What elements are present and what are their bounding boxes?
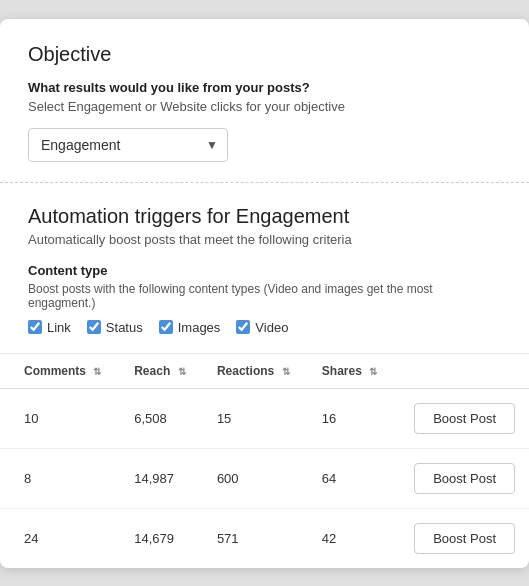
cell-comments-0: 10 — [0, 388, 120, 448]
checkbox-video[interactable]: Video — [236, 320, 288, 335]
objective-section: Objective What results would you like fr… — [0, 19, 529, 183]
checkbox-images-input[interactable] — [159, 320, 173, 334]
engagement-dropdown-container: Engagement Website clicks ▼ — [28, 128, 228, 162]
checkbox-status-label: Status — [106, 320, 143, 335]
checkbox-status[interactable]: Status — [87, 320, 143, 335]
posts-table: Comments ⇅ Reach ⇅ Reactions ⇅ Shares ⇅ — [0, 354, 529, 568]
sort-icon-comments: ⇅ — [93, 366, 101, 377]
automation-title: Automation triggers for Engagement — [28, 205, 501, 228]
boost-post-button-0[interactable]: Boost Post — [414, 403, 515, 434]
table-row: 24 14,679 571 42 Boost Post — [0, 508, 529, 568]
col-header-shares[interactable]: Shares ⇅ — [308, 354, 395, 389]
sort-icon-shares: ⇅ — [369, 366, 377, 377]
table-header-row: Comments ⇅ Reach ⇅ Reactions ⇅ Shares ⇅ — [0, 354, 529, 389]
checkboxes-row: Link Status Images Video — [28, 320, 501, 335]
cell-shares-0: 16 — [308, 388, 395, 448]
table-row: 10 6,508 15 16 Boost Post — [0, 388, 529, 448]
cell-reactions-2: 571 — [203, 508, 308, 568]
cell-comments-1: 8 — [0, 448, 120, 508]
checkbox-images-label: Images — [178, 320, 221, 335]
checkbox-video-label: Video — [255, 320, 288, 335]
content-type-label: Content type — [28, 263, 501, 278]
table-row: 8 14,987 600 64 Boost Post — [0, 448, 529, 508]
question-label: What results would you like from your po… — [28, 80, 501, 95]
cell-reach-2: 14,679 — [120, 508, 203, 568]
checkbox-images[interactable]: Images — [159, 320, 221, 335]
checkbox-link[interactable]: Link — [28, 320, 71, 335]
col-header-reactions[interactable]: Reactions ⇅ — [203, 354, 308, 389]
objective-title: Objective — [28, 43, 501, 66]
boost-post-button-2[interactable]: Boost Post — [414, 523, 515, 554]
checkbox-link-input[interactable] — [28, 320, 42, 334]
content-type-sub: Boost posts with the following content t… — [28, 282, 501, 310]
checkbox-status-input[interactable] — [87, 320, 101, 334]
automation-sub: Automatically boost posts that meet the … — [28, 232, 501, 247]
col-header-reach[interactable]: Reach ⇅ — [120, 354, 203, 389]
cell-shares-1: 64 — [308, 448, 395, 508]
col-header-comments[interactable]: Comments ⇅ — [0, 354, 120, 389]
cell-reach-0: 6,508 — [120, 388, 203, 448]
checkbox-video-input[interactable] — [236, 320, 250, 334]
sort-icon-reactions: ⇅ — [282, 366, 290, 377]
cell-reactions-0: 15 — [203, 388, 308, 448]
sort-icon-reach: ⇅ — [178, 366, 186, 377]
cell-reach-1: 14,987 — [120, 448, 203, 508]
checkbox-link-label: Link — [47, 320, 71, 335]
cell-boost-0: Boost Post — [395, 388, 529, 448]
cell-boost-1: Boost Post — [395, 448, 529, 508]
cell-boost-2: Boost Post — [395, 508, 529, 568]
cell-reactions-1: 600 — [203, 448, 308, 508]
cell-shares-2: 42 — [308, 508, 395, 568]
col-header-action — [395, 354, 529, 389]
question-sub: Select Engagement or Website clicks for … — [28, 99, 501, 114]
main-card: Objective What results would you like fr… — [0, 19, 529, 568]
cell-comments-2: 24 — [0, 508, 120, 568]
automation-section: Automation triggers for Engagement Autom… — [0, 183, 529, 354]
boost-post-button-1[interactable]: Boost Post — [414, 463, 515, 494]
table-section: Comments ⇅ Reach ⇅ Reactions ⇅ Shares ⇅ — [0, 354, 529, 568]
engagement-dropdown[interactable]: Engagement Website clicks — [28, 128, 228, 162]
